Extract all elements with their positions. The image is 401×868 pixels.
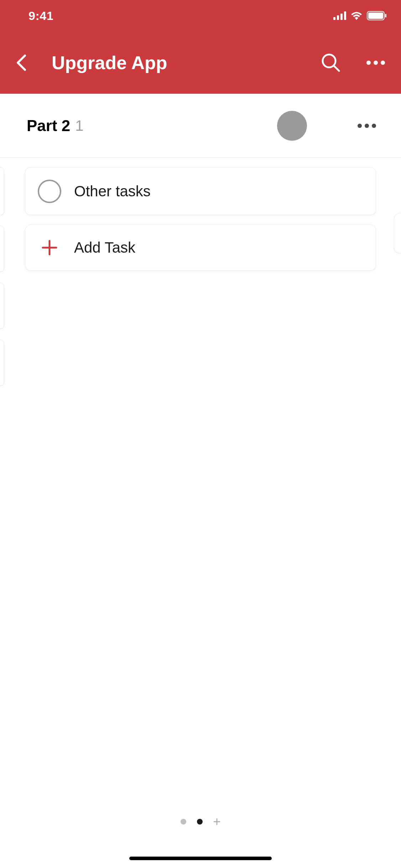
svg-rect-0 [333, 17, 335, 20]
avatar[interactable] [277, 111, 307, 141]
status-icons [333, 11, 387, 20]
section-more-button[interactable] [358, 124, 376, 128]
task-checkbox[interactable] [38, 180, 61, 203]
plus-icon [38, 236, 61, 259]
more-dot-icon [381, 61, 385, 65]
more-dot-icon [374, 61, 378, 65]
prev-column-peek[interactable] [0, 226, 4, 272]
chevron-left-icon [16, 54, 27, 72]
page-indicator[interactable] [181, 818, 220, 825]
card-list: Other tasks Add Task [0, 158, 401, 271]
svg-rect-6 [385, 14, 386, 17]
section-title: Part 2 [27, 117, 70, 135]
add-task-label: Add Task [74, 239, 135, 256]
home-indicator[interactable] [129, 857, 272, 860]
back-button[interactable] [11, 52, 32, 73]
page-add-button[interactable] [213, 818, 220, 825]
wifi-icon [350, 11, 363, 20]
cellular-signal-icon [333, 11, 346, 20]
section-count: 1 [75, 117, 83, 134]
status-time: 9:41 [28, 9, 53, 23]
svg-line-8 [334, 66, 339, 71]
task-card[interactable]: Other tasks [25, 167, 376, 215]
search-button[interactable] [320, 52, 342, 73]
nav-more-button[interactable] [366, 61, 385, 65]
prev-column-peek[interactable] [0, 167, 4, 215]
task-label: Other tasks [74, 183, 151, 200]
more-dot-icon [366, 61, 371, 65]
more-dot-icon [358, 124, 362, 128]
search-icon [321, 53, 340, 72]
page-dot[interactable] [181, 819, 186, 825]
prev-column-peek[interactable] [0, 283, 4, 329]
nav-bar: Upgrade App [0, 31, 401, 94]
svg-rect-2 [340, 14, 343, 20]
svg-rect-3 [344, 11, 346, 20]
svg-rect-1 [337, 15, 339, 20]
prev-column-peek[interactable] [0, 340, 4, 386]
status-bar: 9:41 [0, 0, 401, 31]
plus-small-icon [213, 818, 220, 825]
section-header: Part 2 1 [0, 94, 401, 158]
nav-actions [320, 52, 385, 73]
more-dot-icon [372, 124, 376, 128]
more-dot-icon [365, 124, 369, 128]
battery-icon [367, 11, 387, 20]
nav-title: Upgrade App [52, 52, 320, 73]
add-task-button[interactable]: Add Task [25, 224, 376, 271]
svg-rect-5 [368, 12, 383, 19]
page-dot-active[interactable] [197, 819, 203, 825]
